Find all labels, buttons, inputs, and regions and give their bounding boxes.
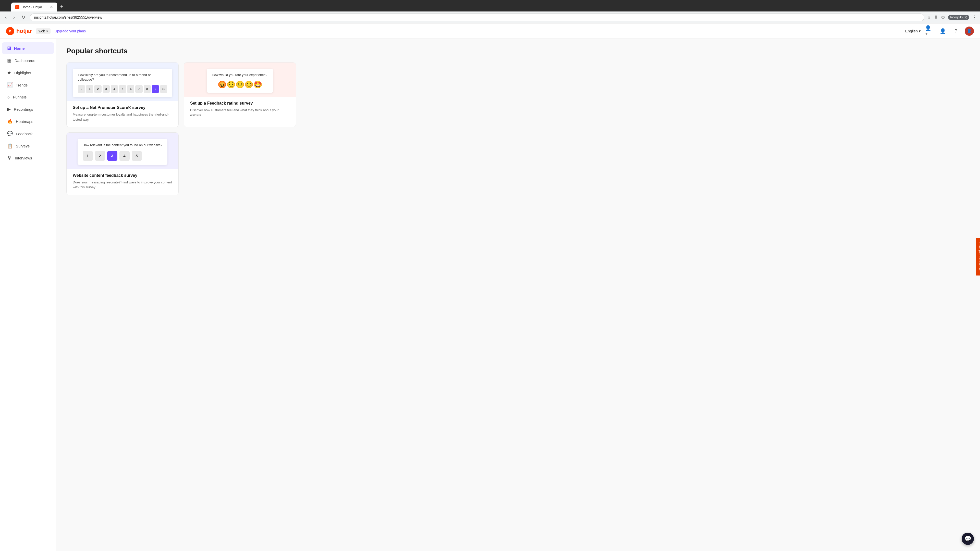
sidebar-item-home[interactable]: ⊞ Home xyxy=(2,42,54,54)
interviews-icon: 🎙 xyxy=(7,156,12,161)
main-content: Popular shortcuts How likely are you to … xyxy=(56,39,980,551)
card-title: Set up a Net Promoter Score® survey xyxy=(73,105,172,110)
rating-btn-5[interactable]: 5 xyxy=(132,151,142,161)
shortcut-card-nps[interactable]: How likely are you to recommend us to a … xyxy=(66,62,179,127)
nps-btn-8[interactable]: 8 xyxy=(144,85,151,93)
funnels-icon: ⬦ xyxy=(7,94,10,100)
sidebar-item-trends[interactable]: 📈 Trends xyxy=(2,79,54,91)
product-label: web xyxy=(38,29,45,33)
rating-btn-2[interactable]: 2 xyxy=(95,151,105,161)
sidebar: ⊞ Home ▦ Dashboards ★ Highlights 📈 Trend… xyxy=(0,39,56,551)
upgrade-link[interactable]: Upgrade your plans xyxy=(55,29,86,33)
rate-experience-btn[interactable]: Rate your experience xyxy=(976,238,980,275)
nps-btn-3[interactable]: 3 xyxy=(103,85,110,93)
sidebar-item-dashboards[interactable]: ▦ Dashboards xyxy=(2,55,54,66)
sidebar-item-label: Heatmaps xyxy=(16,119,33,124)
nps-btn-7[interactable]: 7 xyxy=(135,85,142,93)
language-label: English xyxy=(905,29,918,33)
sidebar-item-label: Trends xyxy=(16,83,27,87)
product-dropdown-icon: ▾ xyxy=(46,29,48,33)
shortcut-card-rating[interactable]: How would you rate your experience? 😡😟😐😊… xyxy=(184,62,296,127)
card-preview-box: How relevant is the content you found on… xyxy=(78,139,168,165)
card-info: Set up a Feedback rating survey Discover… xyxy=(184,97,296,123)
rating-btn-1[interactable]: 1 xyxy=(83,151,93,161)
sidebar-item-recordings[interactable]: ▶ Recordings xyxy=(2,103,54,115)
highlights-icon: ★ xyxy=(7,70,11,76)
address-bar[interactable] xyxy=(30,14,924,21)
new-tab-btn[interactable]: + xyxy=(58,2,65,11)
nps-btn-1[interactable]: 1 xyxy=(86,85,93,93)
nps-btn-6[interactable]: 6 xyxy=(127,85,134,93)
nps-buttons: 012345678910 xyxy=(78,85,167,93)
lang-dropdown-icon: ▾ xyxy=(919,29,921,33)
language-selector[interactable]: English ▾ xyxy=(905,29,921,33)
sidebar-item-label: Home xyxy=(14,46,25,51)
toolbar-actions: ☆ ⬇ ⚙ Incognito (2) ⋮ xyxy=(927,14,977,20)
menu-icon[interactable]: ⋮ xyxy=(972,14,977,20)
rating-btn-3[interactable]: 3 xyxy=(107,151,118,161)
hotjar-logo[interactable]: h hotjar xyxy=(6,27,32,35)
user-avatar[interactable]: 👤 xyxy=(965,27,974,36)
sidebar-item-interviews[interactable]: 🎙 Interviews xyxy=(2,152,54,164)
bookmark-icon[interactable]: ☆ xyxy=(927,14,931,20)
feedback-icon: 💬 xyxy=(7,131,13,137)
preview-question: How would you rate your experience? xyxy=(212,73,268,77)
page-title: Popular shortcuts xyxy=(66,47,970,55)
app-wrapper: ⊞ Home ▦ Dashboards ★ Highlights 📈 Trend… xyxy=(0,39,980,551)
dashboards-icon: ▦ xyxy=(7,58,11,63)
nps-btn-4[interactable]: 4 xyxy=(111,85,118,93)
logo-text: hotjar xyxy=(16,28,32,35)
tab-close-btn[interactable]: ✕ xyxy=(50,5,53,10)
nps-btn-2[interactable]: 2 xyxy=(94,85,101,93)
surveys-icon: 📋 xyxy=(7,143,13,149)
hotjar-logo-icon: h xyxy=(6,27,14,35)
chat-bubble-btn[interactable]: 💬 xyxy=(962,533,974,545)
card-title: Website content feedback survey xyxy=(73,173,172,178)
shortcut-card-content[interactable]: How relevant is the content you found on… xyxy=(66,132,179,195)
reload-btn[interactable]: ↻ xyxy=(19,14,27,21)
card-preview-area: How likely are you to recommend us to a … xyxy=(67,62,178,101)
preview-question: How likely are you to recommend us to a … xyxy=(78,73,167,82)
card-description: Does your messaging resonate? Find ways … xyxy=(73,180,172,190)
sidebar-item-funnels[interactable]: ⬦ Funnels xyxy=(2,91,54,103)
sidebar-item-label: Surveys xyxy=(16,144,30,148)
app-header-left: h hotjar web ▾ Upgrade your plans xyxy=(6,27,86,35)
nps-btn-9[interactable]: 9 xyxy=(152,85,159,93)
emoji-row: 😡😟😐😊🤩 xyxy=(212,80,268,89)
invite-users-btn[interactable]: 👤+ xyxy=(925,27,934,36)
sidebar-item-feedback[interactable]: 💬 Feedback xyxy=(2,128,54,140)
incognito-badge[interactable]: Incognito (2) xyxy=(948,15,969,20)
sidebar-item-heatmaps[interactable]: 🔥 Heatmaps xyxy=(2,116,54,127)
back-btn[interactable]: ‹ xyxy=(3,14,9,21)
app-header-right: English ▾ 👤+ 👤 ? 👤 xyxy=(905,27,974,36)
sidebar-item-highlights[interactable]: ★ Highlights xyxy=(2,67,54,79)
sidebar-item-label: Feedback xyxy=(16,132,33,136)
nps-btn-10[interactable]: 10 xyxy=(160,85,167,93)
forward-btn[interactable]: › xyxy=(11,14,17,21)
sidebar-item-label: Highlights xyxy=(14,71,31,75)
help-btn[interactable]: ? xyxy=(951,27,961,36)
card-info: Set up a Net Promoter Score® survey Meas… xyxy=(67,101,178,127)
card-description: Discover how customers feel and what the… xyxy=(190,108,290,118)
sidebar-item-label: Recordings xyxy=(14,107,33,111)
nps-btn-5[interactable]: 5 xyxy=(119,85,126,93)
add-site-btn[interactable]: 👤 xyxy=(938,27,947,36)
sidebar-item-label: Interviews xyxy=(15,156,32,160)
tab-favicon: H xyxy=(15,5,19,9)
browser-title-bar: H Home - Hotjar ✕ + xyxy=(0,0,980,11)
card-preview-area: How would you rate your experience? 😡😟😐😊… xyxy=(184,62,296,97)
recordings-icon: ▶ xyxy=(7,106,11,112)
rating-buttons: 1 2 3 4 5 xyxy=(83,151,162,161)
rating-btn-4[interactable]: 4 xyxy=(119,151,130,161)
sidebar-item-surveys[interactable]: 📋 Surveys xyxy=(2,140,54,152)
sidebar-item-label: Dashboards xyxy=(14,59,35,63)
browser-tab-active[interactable]: H Home - Hotjar ✕ xyxy=(11,3,57,11)
web-badge[interactable]: web ▾ xyxy=(36,28,51,34)
card-description: Measure long-term customer loyalty and h… xyxy=(73,112,172,122)
nps-btn-0[interactable]: 0 xyxy=(78,85,85,93)
download-icon[interactable]: ⬇ xyxy=(934,14,938,20)
browser-chrome: H Home - Hotjar ✕ + ‹ › ↻ ☆ ⬇ ⚙ Incognit… xyxy=(0,0,980,24)
sidebar-item-label: Funnels xyxy=(13,95,27,99)
extensions-icon[interactable]: ⚙ xyxy=(941,14,945,20)
card-title: Set up a Feedback rating survey xyxy=(190,101,290,106)
